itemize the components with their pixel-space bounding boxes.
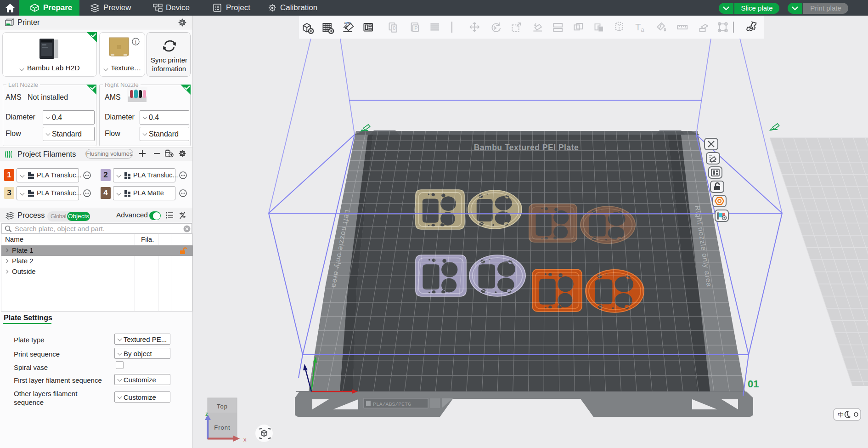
svg-text:Top: Top — [217, 403, 228, 410]
svg-text:z: z — [205, 411, 208, 417]
svg-text:Front: Front — [214, 424, 230, 431]
svg-text:Bambu Textured PEI Plate: Bambu Textured PEI Plate — [474, 143, 579, 152]
svg-text:x: x — [243, 436, 247, 443]
svg-text:01: 01 — [748, 378, 759, 390]
svg-text:a: a — [641, 26, 644, 33]
svg-text:0: 0 — [393, 25, 395, 31]
svg-text:PLA/ABS/PETG: PLA/ABS/PETG — [373, 401, 411, 407]
svg-text:AUTO: AUTO — [344, 22, 351, 24]
svg-text:T: T — [635, 22, 641, 32]
svg-text:P: P — [414, 25, 417, 31]
svg-text:i: i — [135, 39, 136, 45]
svg-text:中: 中 — [838, 411, 844, 418]
